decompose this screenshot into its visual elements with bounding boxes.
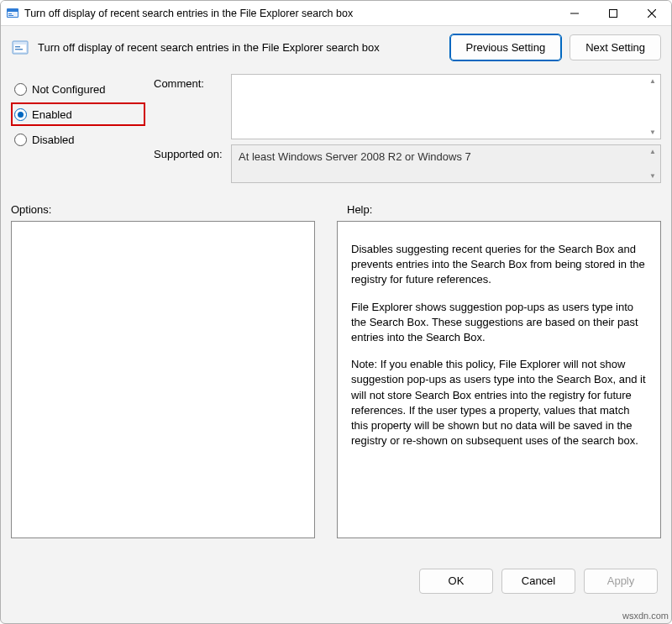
policy-title: Turn off display of recent search entrie…: [38, 41, 442, 54]
comment-scroll[interactable]: ▲ ▼: [645, 75, 660, 139]
radio-enabled[interactable]: Enabled: [11, 102, 145, 126]
svg-rect-11: [15, 49, 23, 50]
dialog-window: Turn off display of recent search entrie…: [0, 0, 672, 624]
chevron-up-icon: ▲: [645, 75, 660, 107]
svg-rect-10: [15, 46, 20, 47]
svg-rect-2: [8, 13, 12, 14]
help-paragraph: Note: If you enable this policy, File Ex…: [351, 357, 647, 448]
cancel-button[interactable]: Cancel: [501, 569, 575, 594]
radio-label: Enabled: [32, 108, 72, 121]
radio-label: Disabled: [32, 134, 75, 146]
options-panel: [11, 221, 315, 538]
window-title: Turn off display of recent search entrie…: [24, 8, 555, 19]
radio-disabled[interactable]: Disabled: [11, 128, 145, 151]
supported-on-label: Supported on:: [154, 144, 231, 160]
radio-label: Not Configured: [32, 83, 105, 96]
maximize-button[interactable]: [594, 1, 633, 26]
comment-input[interactable]: ▲ ▼: [231, 74, 661, 139]
state-radio-group: Not Configured Enabled Disabled: [11, 74, 145, 188]
svg-rect-3: [8, 15, 13, 16]
options-label: Options:: [11, 203, 347, 216]
minimize-button[interactable]: [555, 1, 594, 26]
fields-column: Comment: ▲ ▼ Supported on: At least Wind…: [154, 74, 661, 188]
ok-button[interactable]: OK: [419, 569, 493, 594]
section-labels-row: Options: Help:: [1, 190, 671, 221]
supported-on-value: At least Windows Server 2008 R2 or Windo…: [239, 150, 471, 163]
watermark: wsxdn.com: [622, 611, 669, 621]
help-paragraph: Disables suggesting recent queries for t…: [351, 242, 647, 288]
policy-icon: [6, 7, 19, 20]
config-area: Not Configured Enabled Disabled Comment:…: [1, 69, 671, 190]
policy-item-icon: [11, 39, 29, 57]
titlebar: Turn off display of recent search entrie…: [1, 1, 671, 26]
dialog-footer: OK Cancel Apply: [1, 538, 671, 623]
apply-button[interactable]: Apply: [584, 569, 658, 594]
supported-on-value-box: At least Windows Server 2008 R2 or Windo…: [231, 144, 661, 183]
chevron-down-icon: ▼: [645, 107, 660, 139]
help-label: Help:: [347, 203, 661, 216]
radio-not-configured[interactable]: Not Configured: [11, 77, 145, 101]
supported-scroll[interactable]: ▲ ▼: [645, 145, 660, 182]
radio-icon: [14, 134, 27, 146]
header-row: Turn off display of recent search entrie…: [1, 26, 671, 69]
previous-setting-button[interactable]: Previous Setting: [450, 34, 562, 60]
radio-icon: [14, 108, 27, 121]
next-setting-button[interactable]: Next Setting: [570, 34, 661, 60]
comment-label: Comment:: [154, 74, 231, 90]
chevron-down-icon: ▼: [645, 164, 660, 182]
svg-rect-5: [610, 9, 617, 17]
chevron-up-icon: ▲: [645, 145, 660, 164]
svg-rect-9: [14, 45, 26, 52]
close-button[interactable]: [633, 1, 671, 26]
radio-icon: [14, 83, 27, 96]
panels-row: Disables suggesting recent queries for t…: [1, 221, 671, 538]
help-paragraph: File Explorer shows suggestion pop-ups a…: [351, 300, 647, 346]
help-panel: Disables suggesting recent queries for t…: [337, 221, 661, 538]
